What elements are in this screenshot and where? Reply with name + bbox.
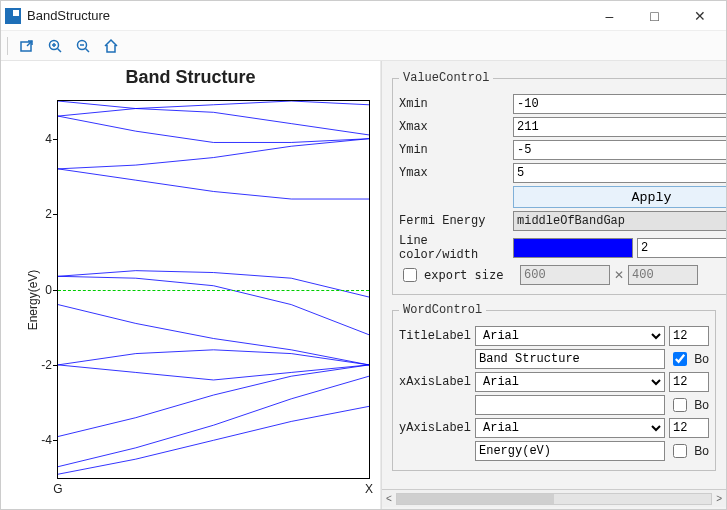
export-height-input[interactable]	[628, 265, 698, 285]
apply-button[interactable]: Apply	[513, 186, 726, 208]
ymax-label: Ymax	[399, 166, 509, 180]
export-size-label: export size	[424, 268, 516, 282]
title-bold-checkbox[interactable]	[673, 352, 687, 366]
toolbar-divider	[7, 37, 8, 55]
title-bold-label: Bo	[694, 352, 709, 366]
chart-panel: Band Structure Energy(eV) -4-2024GX	[1, 61, 381, 509]
ymax-input[interactable]	[513, 163, 726, 183]
maximize-button[interactable]: □	[632, 2, 677, 30]
zoom-in-icon[interactable]	[46, 37, 64, 55]
ytick-label: 0	[45, 283, 52, 297]
yaxis-text-input[interactable]	[475, 441, 665, 461]
yaxis-bold-label: Bo	[694, 444, 709, 458]
word-control-group: WordControl TitleLabel Arial Bo xAxisLab…	[392, 303, 716, 471]
xaxis-size-input[interactable]	[669, 372, 709, 392]
scroll-left-icon[interactable]: <	[386, 493, 392, 504]
title-font-select[interactable]: Arial	[475, 326, 665, 346]
ytick-label: -4	[41, 433, 52, 447]
titlelabel-label: TitleLabel	[399, 329, 471, 343]
yaxis-bold-checkbox[interactable]	[673, 444, 687, 458]
xaxislabel-label: xAxisLabel	[399, 375, 471, 389]
toolbar	[1, 31, 726, 61]
close-button[interactable]: ✕	[677, 2, 722, 30]
svg-line-6	[86, 48, 90, 52]
ytick-label: 2	[45, 207, 52, 221]
export-width-input[interactable]	[520, 265, 610, 285]
scroll-right-icon[interactable]: >	[716, 493, 722, 504]
value-control-legend: ValueControl	[399, 71, 493, 85]
yaxislabel-label: yAxisLabel	[399, 421, 471, 435]
xaxis-bold-label: Bo	[694, 398, 709, 412]
y-axis-label: Energy(eV)	[26, 269, 40, 330]
yaxis-size-input[interactable]	[669, 418, 709, 438]
ymin-label: Ymin	[399, 143, 509, 157]
line-width-input[interactable]	[637, 238, 726, 258]
xtick-left: G	[53, 482, 62, 496]
svg-line-2	[58, 48, 62, 52]
window-title: BandStructure	[27, 8, 587, 23]
yaxis-font-select[interactable]: Arial	[475, 418, 665, 438]
xmin-input[interactable]	[513, 94, 726, 114]
controls-panel: ValueControl Xmin Xmax Ymin Ymax	[381, 61, 726, 509]
line-color-swatch[interactable]	[513, 238, 633, 258]
title-size-input[interactable]	[669, 326, 709, 346]
export-size-checkbox[interactable]	[403, 268, 417, 282]
ymin-input[interactable]	[513, 140, 726, 160]
xmax-input[interactable]	[513, 117, 726, 137]
app-window: BandStructure – □ ✕ Band Structure Energ…	[0, 0, 727, 510]
zoom-out-icon[interactable]	[74, 37, 92, 55]
chart-title: Band Structure	[1, 61, 380, 90]
line-cw-label: Line color/width	[399, 234, 509, 262]
ytick-label: 4	[45, 132, 52, 146]
fermi-label: Fermi Energy	[399, 214, 509, 228]
title-text-input[interactable]	[475, 349, 665, 369]
xaxis-text-input[interactable]	[475, 395, 665, 415]
home-icon[interactable]	[102, 37, 120, 55]
minimize-button[interactable]: –	[587, 2, 632, 30]
app-icon	[5, 8, 21, 24]
ytick-label: -2	[41, 358, 52, 372]
titlebar: BandStructure – □ ✕	[1, 1, 726, 31]
fermi-value: middleOfBandGap	[513, 211, 726, 231]
xmin-label: Xmin	[399, 97, 509, 111]
plot-area[interactable]: -4-2024GX	[57, 100, 370, 479]
word-control-legend: WordControl	[399, 303, 486, 317]
xtick-right: X	[365, 482, 373, 496]
xmax-label: Xmax	[399, 120, 509, 134]
fermi-line	[58, 290, 369, 291]
export-size-x: ✕	[614, 268, 624, 282]
xaxis-bold-checkbox[interactable]	[673, 398, 687, 412]
horizontal-scrollbar[interactable]: < >	[382, 489, 726, 507]
xaxis-font-select[interactable]: Arial	[475, 372, 665, 392]
export-icon[interactable]	[18, 37, 36, 55]
value-control-group: ValueControl Xmin Xmax Ymin Ymax	[392, 71, 726, 295]
